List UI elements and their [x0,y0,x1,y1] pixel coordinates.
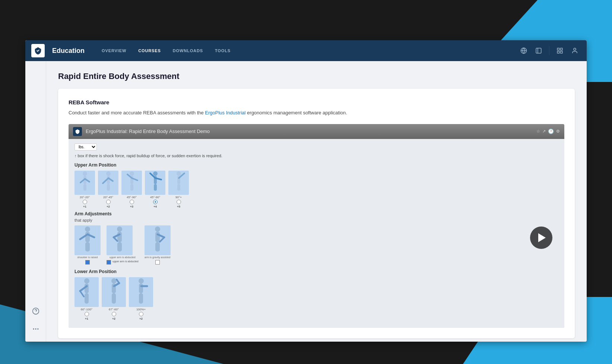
arm-adj-img-2 [107,225,133,255]
svg-rect-50 [155,242,160,251]
units-select[interactable]: lbs. [74,143,97,151]
svg-line-62 [117,279,119,283]
svg-point-11 [33,329,34,329]
nav-tools[interactable]: TOOLS [210,45,236,56]
upper-arm-score-3: +3 [121,205,142,208]
star-icon[interactable]: ☆ [536,129,540,134]
user-icon[interactable] [569,45,581,57]
main-content: Rapid Entire Body Assessment REBA Softwa… [46,61,587,342]
lower-arm-range-2: 67°-60° [102,308,126,311]
settings-icon[interactable]: ⚙ [556,129,560,134]
globe-icon[interactable] [518,45,530,57]
upper-arm-score-4: +4 [145,205,165,208]
bookmark-icon[interactable] [533,45,545,57]
arm-adj-desc-2: upper arm is abducted [107,256,139,259]
svg-rect-26 [130,184,133,191]
lower-arm-label: Lower Arm Position [74,269,558,274]
lower-arm-radio-3[interactable] [139,312,143,316]
arm-adj-check-3[interactable] [155,260,160,265]
svg-point-14 [83,171,87,176]
upper-arm-radio-4[interactable] [153,200,158,204]
upper-arm-radio-5[interactable] [177,200,181,204]
form-row-1: lbs. [74,143,558,151]
content-card: REBA Software Conduct faster and more ac… [58,89,575,338]
svg-rect-21 [107,184,110,191]
video-inner: lbs. ↑ box if there is shock force, rapi… [69,139,564,328]
nav-courses[interactable]: COURSES [133,45,166,56]
arm-adj-label-2: upper arm is abducted [112,260,139,265]
upper-arm-score-1: +1 [74,205,95,208]
section-desc-text1: Conduct faster and more accurate REBA as… [69,110,205,115]
svg-rect-44 [117,232,122,242]
svg-rect-5 [561,48,562,50]
nav-divider [549,46,549,55]
lower-arm-img-1 [74,277,99,307]
clock-icon: 🕐 [548,129,554,134]
svg-point-29 [153,171,158,176]
shock-force-text: ↑ box if there is shock force, rapid bui… [74,153,558,158]
lower-arm-img-2 [102,277,126,307]
arm-adj-check-1[interactable] [85,260,90,265]
upper-arm-fig-1: 20°-20° +1 [74,171,95,208]
more-options-icon[interactable] [29,322,42,336]
upper-arm-score-5: +5 [168,205,189,208]
svg-point-48 [155,227,160,232]
svg-line-52 [160,237,164,242]
upper-arm-range-4: 45°-90° [145,196,165,199]
lower-arm-range-3: 100%+ [129,308,153,311]
nav-menu: OVERVIEW COURSES DOWNLOADS TOOLS [96,45,515,56]
video-container: ErgoPlus Industrial: Rapid Entire Body A… [69,124,564,328]
svg-rect-2 [536,48,541,53]
lower-arm-radio-1[interactable] [85,312,89,316]
svg-point-43 [117,227,122,232]
lower-arm-radio-2[interactable] [112,312,116,316]
svg-rect-55 [85,293,89,304]
upper-arm-fig-2: 20°-45° +2 [98,171,118,208]
upper-arm-section: Upper Arm Position [74,162,558,208]
svg-rect-64 [139,284,143,293]
svg-point-53 [84,278,89,284]
arm-adj-check-2[interactable] [107,260,111,265]
svg-point-63 [139,278,144,284]
svg-point-34 [177,171,181,176]
navbar-logo[interactable] [31,44,45,57]
section-desc: Conduct faster and more accurate REBA as… [69,109,564,117]
svg-rect-31 [154,184,157,191]
lower-arm-range-1: 60°-100° [74,308,99,311]
svg-point-12 [35,329,36,329]
arm-adj-img-1 [74,225,101,255]
svg-line-47 [114,237,117,241]
svg-point-13 [38,329,38,329]
share-icon[interactable]: ↗ [542,129,546,134]
upper-arm-radio-1[interactable] [83,200,87,204]
upper-arm-fig-4: 45°-90° +4 [145,171,165,208]
lower-arm-score-3: +2 [129,317,153,320]
video-title: ErgoPlus Industrial: Rapid Entire Body A… [86,129,533,134]
nav-overview[interactable]: OVERVIEW [96,45,131,56]
svg-point-8 [574,48,576,50]
page-title: Rapid Entire Body Assessment [58,72,575,81]
navbar-right [518,45,581,57]
upper-arm-figures: 20°-20° +1 [74,171,558,208]
section-desc-link[interactable]: ErgoPlus Industrial [205,110,245,115]
help-icon[interactable] [29,304,42,318]
nav-downloads[interactable]: DOWNLOADS [168,45,208,56]
svg-point-58 [111,278,117,284]
arm-adj-fig-3: arm is gravity assisted [145,225,171,265]
arm-adj-label: Arm Adjustments [74,211,558,216]
video-play-button[interactable] [530,227,552,249]
upper-arm-fig-3: 45°-90° +3 [121,171,142,208]
lower-arm-score-2: +2 [102,317,126,320]
upper-arm-radio-3[interactable] [130,200,134,204]
upper-arm-range-5: 90°+ [168,196,189,199]
upper-arm-radio-2[interactable] [106,200,111,204]
arm-adj-section: Arm Adjustments that apply [74,211,558,265]
sidebar [25,61,46,342]
lower-arm-fig-3: 100%+ +2 [129,277,153,320]
grid-icon[interactable] [554,45,566,57]
section-desc-text2: ergonomics management software applicati… [245,110,347,115]
upper-arm-img-5 [168,171,189,195]
arm-adj-sublabel: that apply [74,218,558,222]
upper-arm-img-2 [98,171,118,195]
svg-point-38 [85,227,90,232]
